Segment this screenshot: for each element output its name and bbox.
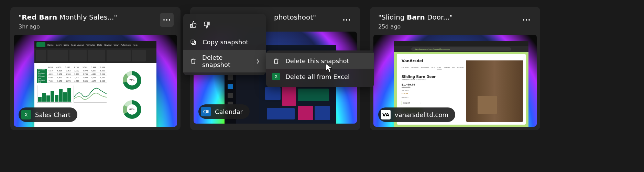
app-pill-label: Calendar — [215, 108, 243, 115]
url-bar: https://vanarsdel.com/product/id=xxxxxx — [411, 47, 511, 51]
bar-chart-icon — [37, 85, 72, 103]
product-price: $1,499.99 — [402, 83, 464, 86]
more-icon — [343, 19, 350, 21]
select-dropdown: SELECT▾ — [402, 101, 422, 105]
excel-icon: X — [272, 73, 280, 80]
donut-chart-1 — [123, 71, 141, 90]
outlook-icon — [201, 107, 211, 116]
excel-icon: X — [21, 110, 31, 119]
context-menu: Copy snapshot Delete snapshot ❯ — [183, 14, 266, 75]
menu-item-label: Delete this snapshot — [285, 57, 349, 65]
copy-icon — [189, 39, 197, 46]
donut-chart-2 — [123, 100, 141, 119]
chevron-right-icon: ❯ — [256, 59, 260, 64]
menu-item-label: Delete all from Excel — [285, 73, 350, 80]
svg-rect-2 — [192, 41, 196, 44]
svg-rect-3 — [191, 40, 194, 43]
brand-name: VanArsdel — [402, 59, 464, 63]
app-pill[interactable]: X Sales Chart — [19, 107, 77, 122]
trash-icon — [189, 58, 197, 65]
data-table: 4,653 4,450 5,160 4,700 5,508 5,998 6,84… — [37, 66, 107, 83]
app-pill[interactable]: VA vanarsdelltd.com — [378, 107, 455, 122]
more-button[interactable] — [520, 13, 533, 27]
copy-snapshot-item[interactable]: Copy snapshot — [183, 34, 266, 50]
more-button[interactable] — [160, 13, 174, 27]
svg-point-0 — [204, 110, 207, 113]
snapshot-time: 3hr ago — [19, 23, 117, 30]
more-icon — [163, 19, 170, 21]
menu-item-label: Delete snapshot — [202, 54, 251, 68]
snapshot-card[interactable]: "Sliding Barn Door..." 25d ago https://v… — [370, 7, 540, 130]
snapshot-thumbnail[interactable]: Home Insert Draw Page Layout Formulas Da… — [14, 35, 177, 127]
more-button[interactable] — [340, 13, 353, 27]
snapshot-card[interactable]: "Red Barn Monthly Sales..." 3hr ago Home… — [10, 7, 181, 130]
delete-snapshot-item[interactable]: Delete snapshot ❯ — [183, 50, 266, 72]
delete-this-snapshot-item[interactable]: Delete this snapshot — [266, 53, 374, 69]
app-pill-label: Sales Chart — [35, 111, 70, 118]
snapshot-time: 25d ago — [378, 23, 453, 30]
thumbs-down-button[interactable] — [203, 21, 211, 30]
product-image — [466, 57, 523, 122]
product-title: Sliding Barn Door — [402, 75, 464, 79]
line-chart-icon — [74, 85, 107, 103]
snapshot-thumbnail[interactable]: https://vanarsdel.com/product/id=xxxxxx … — [373, 35, 537, 127]
thumbs-up-button[interactable] — [189, 21, 198, 30]
app-pill[interactable]: Calendar — [198, 104, 250, 119]
snapshot-title: "Sliding Barn Door..." — [378, 13, 453, 21]
site-icon: VA — [381, 110, 391, 119]
snapshot-title: "Red Barn Monthly Sales..." — [19, 13, 117, 21]
app-pill-label: vanarsdelltd.com — [395, 111, 448, 118]
svg-rect-1 — [207, 110, 209, 113]
context-submenu: Delete this snapshot X Delete all from E… — [266, 50, 374, 87]
menu-item-label: Copy snapshot — [203, 38, 248, 46]
delete-all-from-excel-item[interactable]: X Delete all from Excel — [266, 69, 374, 84]
more-icon — [523, 19, 530, 21]
trash-icon — [272, 58, 280, 65]
